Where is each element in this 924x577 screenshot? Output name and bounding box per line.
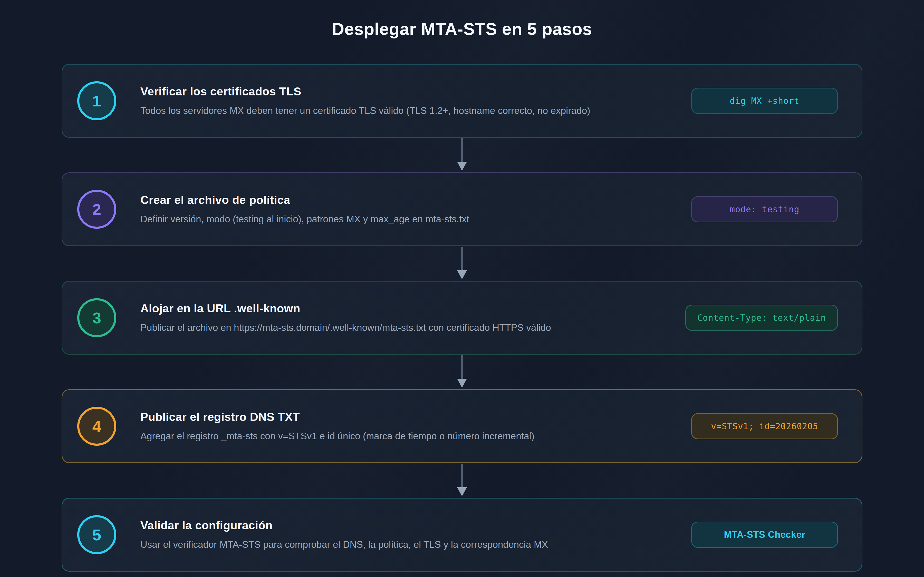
arrow-line [462,464,463,488]
step-description: Agregar el registro _mta-sts con v=STSv1… [141,430,535,442]
step-code-badge: v=STSv1; id=20260205 [691,413,838,439]
arrow-line [462,247,463,271]
mta-sts-checker-button[interactable]: MTA-STS Checker [691,522,838,548]
step-title: Crear el archivo de política [141,193,469,207]
step-texts: Validar la configuración Usar el verific… [141,519,548,551]
step-title: Alojar en la URL .well-known [141,302,551,315]
step-card-5: 5 Validar la configuración Usar el verif… [61,498,863,572]
step-card-2: 2 Crear el archivo de política Definir v… [61,172,863,246]
step-number: 2 [92,200,101,219]
step-code-badge: dig MX +short [691,88,838,114]
arrow-down-icon [457,379,467,388]
flow-connector [61,138,863,172]
arrow-down-icon [457,487,467,496]
mta-sts-infographic: Desplegar MTA-STS en 5 pasos 1 Verificar… [0,0,924,577]
step-card-3: 3 Alojar en la URL .well-known Publicar … [61,281,863,355]
step-number-circle: 3 [77,298,116,337]
step-description: Definir versión, modo (testing al inicio… [141,213,469,225]
step-number-circle: 5 [77,515,116,554]
step-number-circle: 1 [77,81,116,120]
arrow-down-icon [457,162,467,171]
step-description: Todos los servidores MX deben tener un c… [141,105,590,117]
step-number-circle: 2 [77,190,116,229]
step-title: Verificar los certificados TLS [141,85,590,98]
step-number-circle: 4 [77,407,116,446]
flow-connector [61,246,863,281]
step-texts: Publicar el registro DNS TXT Agregar el … [141,410,535,442]
step-title: Publicar el registro DNS TXT [141,410,535,424]
step-number: 3 [92,309,101,327]
step-description: Usar el verificador MTA-STS para comprob… [141,539,548,551]
flow-connector [61,463,863,498]
step-description: Publicar el archivo en https://mta-sts.d… [141,322,551,334]
step-code-badge: mode: testing [691,196,838,222]
step-number: 1 [92,92,101,110]
step-number: 5 [92,526,101,544]
step-texts: Alojar en la URL .well-known Publicar el… [141,302,551,334]
arrow-down-icon [457,270,467,279]
step-number: 4 [92,417,101,435]
step-texts: Verificar los certificados TLS Todos los… [141,85,590,117]
flow-connector [61,355,863,389]
arrow-line [462,138,463,162]
step-card-4-highlighted: 4 Publicar el registro DNS TXT Agregar e… [61,389,863,463]
steps-flow: 1 Verificar los certificados TLS Todos l… [61,64,863,572]
arrow-line [462,355,463,379]
step-title: Validar la configuración [141,519,548,532]
step-texts: Crear el archivo de política Definir ver… [141,193,469,225]
step-card-1: 1 Verificar los certificados TLS Todos l… [61,64,863,138]
step-code-badge: Content-Type: text/plain [685,305,838,331]
page-title: Desplegar MTA-STS en 5 pasos [0,0,924,39]
